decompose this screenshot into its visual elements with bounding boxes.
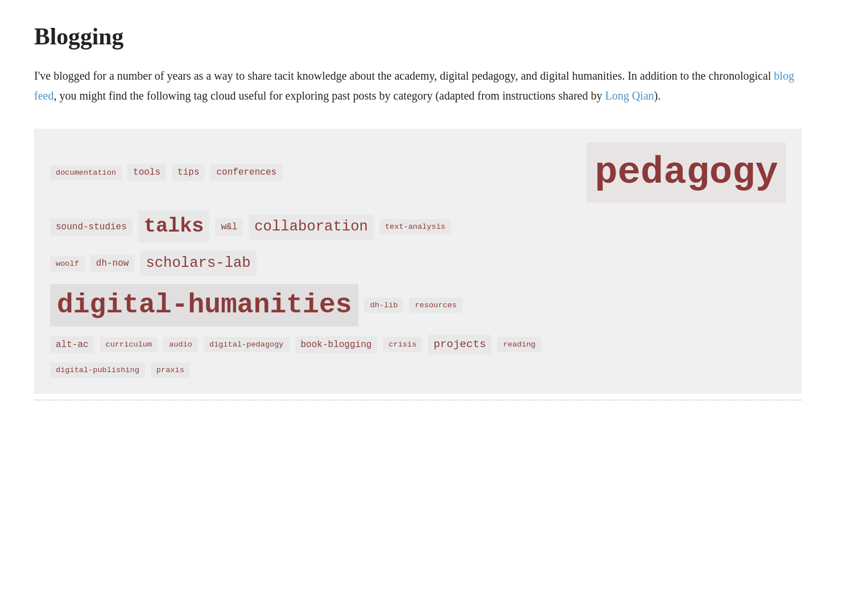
tag-digital-pedagogy[interactable]: digital-pedagogy [204,337,290,352]
intro-text-before-link1: I've blogged for a number of years as a … [34,69,774,82]
tag-tips[interactable]: tips [172,164,205,181]
intro-text-after-link2: ). [654,89,661,102]
intro-text-after-link1: , you might find the following tag cloud… [53,89,605,102]
tag-dh-lib[interactable]: dh-lib [364,298,403,313]
tag-woolf[interactable]: woolf [50,256,85,271]
tag-talks[interactable]: talks [138,211,210,243]
tag-book-blogging[interactable]: book-blogging [295,336,378,353]
tag-digital-publishing[interactable]: digital-publishing [50,362,145,378]
tag-praxis[interactable]: praxis [151,362,190,378]
tag-audio[interactable]: audio [163,337,198,352]
tag-scholars-lab[interactable]: scholars-lab [140,251,256,276]
tag-cloud: documentationtoolstipsconferencespedagog… [50,142,786,382]
tag-documentation[interactable]: documentation [50,165,122,180]
tag-tools[interactable]: tools [127,164,166,181]
tag-reading[interactable]: reading [497,337,541,352]
tag-digital-humanities[interactable]: digital-humanities [50,284,358,327]
tag-curriculum[interactable]: curriculum [100,337,158,352]
tag-projects[interactable]: projects [428,335,491,354]
page-title: Blogging [34,23,834,50]
tag-collaboration[interactable]: collaboration [249,215,374,240]
tag-alt-ac[interactable]: alt-ac [50,336,94,353]
tag-dh-now[interactable]: dh-now [90,255,135,272]
section-divider [34,399,802,401]
tag-text-analysis[interactable]: text-analysis [379,219,451,234]
tag-crisis[interactable]: crisis [383,337,422,352]
tag-conferences[interactable]: conferences [210,164,282,181]
tag-sound-studies[interactable]: sound-studies [50,218,133,236]
tag-cloud-section: documentationtoolstipsconferencespedagog… [34,129,802,394]
tag-resources[interactable]: resources [409,298,462,313]
long-qian-link[interactable]: Long Qian [605,89,654,102]
intro-paragraph: I've blogged for a number of years as a … [34,66,802,106]
tag-pedagogy[interactable]: pedagogy [586,142,786,203]
tag-wl[interactable]: w&l [215,218,243,236]
